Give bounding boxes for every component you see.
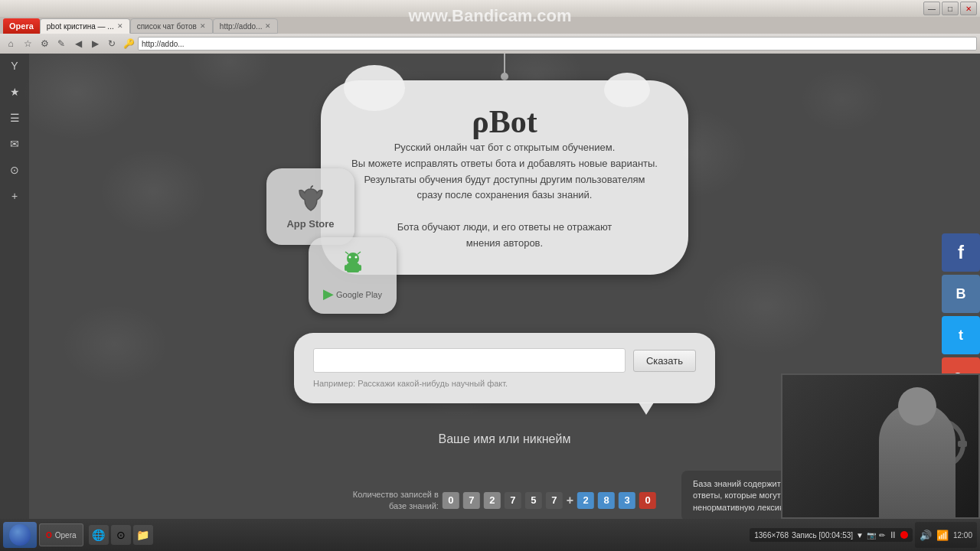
webcam-overlay [781,373,980,519]
nav-bar: ⌂ ☆ ⚙ ✎ ◀ ▶ ↻ 🔑 http://addo... [0,34,980,54]
example-text: Например: Расскажи какой-нибудь научный … [313,379,696,388]
twitter-icon: t [959,328,963,344]
taskbar-opera-label: Opera [55,531,77,540]
sidebar-yandex[interactable]: Y [5,56,24,76]
tab-chatbots-label: список чат ботов [137,22,197,31]
facebook-button[interactable]: f [942,233,980,272]
left-sidebar: Y ★ ☰ ✉ ⊙ + [0,50,29,519]
digit-h3: 3 [619,492,635,509]
back-icon[interactable]: ◀ [70,36,86,51]
sidebar-add[interactable]: + [5,186,24,206]
say-button[interactable]: Сказать [633,350,696,372]
taskbar: O Opera 🌐 ⊙ 📁 1366×768 Запись [00:04:53]… [0,519,980,551]
pencil-icon: ✏ [879,531,885,540]
start-orb-icon [9,524,31,546]
taskbar-icon-1[interactable]: 🌐 [89,525,109,545]
taskbar-icon-3[interactable]: 📁 [133,525,153,545]
sidebar-mail[interactable]: ✉ [5,134,24,154]
social-panel: f В t G+ [942,233,980,396]
reload-icon[interactable]: ↻ [104,36,119,51]
window-controls: — □ ✕ [923,2,977,15]
svg-rect-13 [958,441,967,447]
opera-menu-button[interactable]: Opera [3,18,40,34]
close-button[interactable]: ✕ [960,2,977,15]
bot-title: ρBot [351,103,658,140]
digit-h8: 8 [598,492,615,509]
person-head [898,387,936,425]
facebook-icon: f [958,242,964,263]
google-play-label: Google Play [336,290,382,299]
key-icon[interactable]: 🔑 [121,36,136,51]
sidebar-downloads[interactable]: ☰ [5,108,24,128]
vkontakte-button[interactable]: В [942,275,980,313]
taskbar-icon-2[interactable]: ⊙ [111,525,131,545]
tab-http[interactable]: http://addo... ✕ [213,18,279,34]
address-bar[interactable]: http://addo... [138,37,977,51]
svg-point-2 [348,256,351,258]
clock: 12:00 [953,531,972,540]
taskbar-opera[interactable]: O Opera [39,523,83,546]
dropdown-icon: ▼ [856,531,864,540]
tab-pbot[interactable]: pbot кристина — ... ✕ [40,18,130,34]
main-content: ρBot Русский онлайн чат бот с открытым о… [29,50,980,519]
chat-input[interactable] [313,348,626,373]
digit-7: 7 [463,492,480,509]
tools-icon[interactable]: ⚙ [37,36,52,51]
digit-r0: 0 [639,492,656,509]
app-store-button[interactable]: App Store [266,168,354,245]
plus-sign: + [567,494,573,507]
camera-icon: 📷 [867,531,876,540]
tab-http-label: http://addo... [220,22,263,31]
digit-7b: 7 [505,492,521,509]
app-store-label: App Store [286,218,334,230]
name-prompt: Ваше имя или никнейм [439,432,571,446]
tray-icon-2[interactable]: 📶 [936,530,949,541]
digit-0: 0 [443,492,459,509]
stats-label: Количество записей вбазе знаний: [353,489,439,511]
resolution-text: 1366×768 [754,531,789,540]
forward-icon[interactable]: ▶ [87,36,103,51]
record-icon[interactable] [900,531,908,539]
maximize-button[interactable]: □ [942,2,959,15]
svg-rect-6 [345,265,348,271]
tray-icon-1[interactable]: 🔊 [920,530,932,541]
tab-http-close[interactable]: ✕ [265,22,271,30]
pen-icon[interactable]: ✎ [54,36,69,51]
bookmark-icon[interactable]: ☆ [20,36,35,51]
home-icon[interactable]: ⌂ [3,36,18,51]
sidebar-history[interactable]: ⊙ [5,160,24,180]
address-text: http://addo... [142,40,185,48]
android-icon [338,249,368,284]
taskbar-opera-icon: O [46,531,52,540]
svg-line-4 [345,252,348,254]
tab-pbot-close[interactable]: ✕ [117,22,123,30]
digit-5: 5 [525,492,542,509]
svg-line-5 [358,252,361,254]
svg-rect-1 [347,263,359,272]
digit-7c: 7 [546,492,563,509]
svg-point-3 [354,256,357,258]
chat-area: Сказать Например: Расскажи какой-нибудь … [294,333,715,403]
opera-label: Opera [9,21,34,31]
apple-icon [296,184,326,215]
start-button[interactable] [3,522,37,548]
webcam-feed [782,375,978,517]
digit-2: 2 [484,492,501,509]
tab-pbot-label: pbot кристина — ... [47,22,114,31]
bot-description: Русский онлайн чат бот с открытым обучен… [351,140,658,252]
minimize-button[interactable]: — [923,2,940,15]
digit-h2: 2 [577,492,594,509]
sidebar-bookmarks[interactable]: ★ [5,82,24,102]
tab-chatbots[interactable]: список чат ботов ✕ [130,18,213,34]
system-tray: 🔊 📶 12:00 [915,522,977,548]
svg-point-0 [347,253,359,265]
vk-icon: В [956,286,966,302]
tab-chatbots-close[interactable]: ✕ [200,22,206,30]
watermark: www.Bandicam.com [408,6,571,26]
cloud-knob [501,73,508,80]
twitter-button[interactable]: t [942,316,980,354]
recording-label: Запись [00:04:53] [792,531,853,540]
pause-icon[interactable]: ⏸ [888,530,897,540]
google-play-button[interactable]: ▶ Google Play [309,237,397,314]
stats-bar: Количество записей вбазе знаний: 0 7 2 7… [353,489,656,511]
